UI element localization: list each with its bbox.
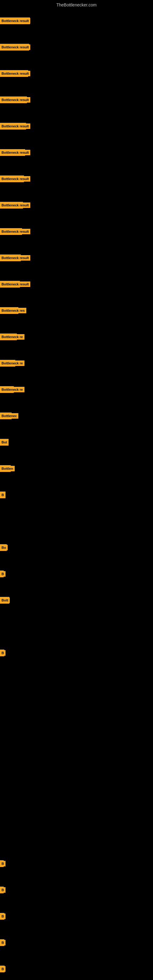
bar-container: Bottleneck re bbox=[0, 325, 153, 349]
bar-container: Bottleneck result bbox=[0, 140, 153, 165]
bar-label: Bottlenec bbox=[0, 413, 18, 418]
bar-container: Bottleneck result bbox=[0, 272, 153, 296]
bar-container: B bbox=[0, 851, 153, 876]
bar-container: Bottleneck result bbox=[0, 246, 153, 270]
bar-label: Bottleneck result bbox=[0, 202, 30, 208]
bar-label: Bottleneck result bbox=[0, 45, 30, 50]
bar-label: Bottleneck result bbox=[0, 97, 30, 103]
bar-label: Bottleneck re bbox=[0, 387, 24, 392]
bar-container: Bottlenec bbox=[0, 404, 153, 428]
bar-label: Bot bbox=[0, 439, 9, 445]
bar-container: Bottleneck result bbox=[0, 9, 153, 33]
bar-container: Bott bbox=[0, 588, 153, 612]
bar-label: Bo bbox=[0, 545, 8, 550]
bar-container: Bottleneck result bbox=[0, 35, 153, 59]
bar-label: B bbox=[0, 861, 5, 866]
bar-label: Bott bbox=[0, 598, 10, 603]
site-title: TheBottlenecker.com bbox=[0, 0, 153, 9]
bar-container: Bot bbox=[0, 430, 153, 455]
bar-label: Bottleneck result bbox=[0, 123, 30, 129]
bar-container: B bbox=[0, 931, 153, 955]
bar-container: Bottleneck result bbox=[0, 114, 153, 138]
bar-label: B bbox=[0, 887, 5, 893]
bar-label: B bbox=[0, 966, 5, 972]
bar-label: B bbox=[0, 913, 5, 919]
bar-label: B bbox=[0, 571, 5, 577]
bar-container: B bbox=[0, 878, 153, 902]
bar-container: Bottleneck result bbox=[0, 219, 153, 244]
bar-label: Bottleneck result bbox=[0, 255, 30, 261]
bar-container: B bbox=[0, 904, 153, 929]
bar-label: B bbox=[0, 650, 5, 656]
bar-container: Bottleneck result bbox=[0, 167, 153, 191]
bar-container: B bbox=[0, 957, 153, 980]
bar-container: Bottleneck re bbox=[0, 351, 153, 375]
bar-container: Bottleneck result bbox=[0, 61, 153, 86]
bar-container: Bottleneck result bbox=[0, 193, 153, 218]
bar-label: Bottleneck re bbox=[0, 334, 24, 340]
bar-label: Bottlen bbox=[0, 466, 15, 471]
bar-container: B bbox=[0, 641, 153, 665]
bar-container: Bottlen bbox=[0, 456, 153, 481]
bar-container: Bottleneck res bbox=[0, 298, 153, 323]
bar-label: B bbox=[0, 940, 5, 945]
bar-label: Bottleneck result bbox=[0, 282, 30, 287]
bar-label: Bottleneck re bbox=[0, 360, 24, 366]
bar-label: Bottleneck result bbox=[0, 71, 30, 76]
bar-container: B bbox=[0, 562, 153, 586]
bar-label: Bottleneck res bbox=[0, 308, 26, 313]
bar-container: B bbox=[0, 483, 153, 507]
bar-label: Bottleneck result bbox=[0, 150, 30, 155]
bar-label: Bottleneck result bbox=[0, 18, 30, 24]
bar-container: Bottleneck result bbox=[0, 88, 153, 112]
bar-label: B bbox=[0, 492, 5, 498]
bar-container: Bo bbox=[0, 535, 153, 560]
bar-label: Bottleneck result bbox=[0, 176, 30, 181]
bar-label: Bottleneck result bbox=[0, 229, 30, 234]
bar-container: Bottleneck re bbox=[0, 377, 153, 402]
